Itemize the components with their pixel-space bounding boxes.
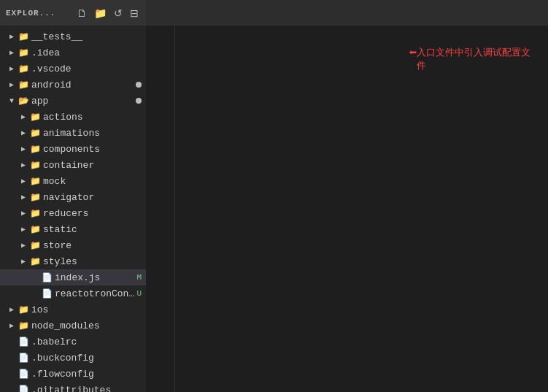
tree-item-flowconfig[interactable]: 📄 .flowconfig (0, 366, 146, 382)
tree-item-node_modules[interactable]: ▶ 📁 node_modules (0, 318, 146, 334)
tree-label: reactotronConfig.js (53, 288, 136, 299)
file-icon: 📁 (18, 31, 29, 42)
sidebar-toolbar: 🗋 📁 ↺ ⊟ (75, 6, 140, 20)
collapse-all-button[interactable]: ⊟ (128, 6, 140, 20)
file-icon: 📁 (29, 144, 41, 155)
tree-arrow: ▶ (6, 32, 18, 41)
tree-label: .babelrc (29, 337, 146, 347)
tree-item-ios[interactable]: ▶ 📁 ios (0, 301, 146, 318)
tree-item-styles[interactable]: ▶ 📁 styles (0, 253, 146, 269)
tree-label: android (29, 80, 136, 91)
tree-item-tests[interactable]: ▶ 📁 __tests__ (0, 28, 146, 45)
tree-arrow: ▼ (6, 97, 18, 105)
tree-label: .gitattributes (29, 385, 146, 393)
tree-item-indexjs[interactable]: 📄 index.js M (0, 269, 146, 285)
file-icon: 📁 (18, 64, 29, 74)
file-icon: 📁 (29, 256, 41, 267)
tree-label: styles (41, 256, 146, 267)
file-icon: 📁 (29, 160, 41, 171)
tree-arrow: ▶ (6, 80, 18, 89)
tree-label: .buckconfig (29, 353, 146, 364)
annotation-arrow: ⬅ (409, 45, 417, 61)
file-icon: 📁 (29, 240, 41, 251)
tree-label: index.js (53, 272, 136, 283)
tree-label: store (41, 240, 146, 251)
tree-arrow: ▶ (18, 177, 29, 185)
tree-label: container (41, 160, 146, 171)
tree-item-mock[interactable]: ▶ 📁 mock (0, 173, 146, 189)
tree-item-reactotronconfig[interactable]: 📄 reactotronConfig.js U (0, 285, 146, 301)
tree-arrow: ▶ (18, 161, 29, 169)
tree-label: .idea (29, 47, 146, 58)
file-icon: 📄 (18, 385, 29, 393)
tree-arrow: ▶ (18, 128, 29, 137)
sidebar-title: EXPLOR... (6, 9, 55, 18)
file-icon: 📁 (29, 176, 41, 187)
file-icon: 📁 (18, 47, 29, 58)
tree-item-buckconfig[interactable]: 📄 .buckconfig (0, 350, 146, 366)
file-icon: 📁 (29, 128, 41, 139)
tree-arrow: ▶ (6, 48, 18, 57)
git-badge: U (136, 289, 142, 298)
file-icon: 📄 (18, 337, 29, 347)
tree-label: mock (41, 176, 146, 187)
file-icon: 📁 (18, 80, 29, 91)
tree-arrow: ▶ (18, 241, 29, 250)
tree-item-static[interactable]: ▶ 📁 static (0, 221, 146, 237)
file-icon: 📂 (18, 96, 29, 107)
tree-label: actions (41, 112, 146, 123)
tree-item-gitattributes[interactable]: 📄 .gitattributes (0, 382, 146, 392)
new-folder-button[interactable]: 📁 (93, 6, 108, 20)
tree-item-animations[interactable]: ▶ 📁 animations (0, 125, 146, 141)
tree-label: components (41, 144, 146, 155)
tree-arrow: ▶ (18, 257, 29, 266)
file-icon: 📁 (18, 320, 29, 331)
file-icon: 📁 (29, 208, 41, 219)
tree-label: reducers (41, 208, 146, 219)
tree-item-components[interactable]: ▶ 📁 components (0, 141, 146, 157)
file-icon: 📄 (41, 288, 53, 299)
tab-bar (146, 0, 548, 26)
tree-item-android[interactable]: ▶ 📁 android (0, 77, 146, 93)
file-icon: 📄 (18, 369, 29, 380)
tree-item-vscode[interactable]: ▶ 📁 .vscode (0, 61, 146, 77)
refresh-button[interactable]: ↺ (112, 6, 124, 20)
tree-arrow: ▶ (6, 305, 18, 314)
tree-arrow: ▶ (18, 145, 29, 153)
file-tree: ▶ 📁 __tests__ ▶ 📁 .idea ▶ 📁 .vscode ▶ 📁 … (0, 26, 146, 392)
file-icon: 📁 (29, 192, 41, 203)
sidebar: EXPLOR... 🗋 📁 ↺ ⊟ ▶ 📁 __tests__ ▶ 📁 .ide… (0, 0, 146, 392)
tree-label: ios (29, 304, 146, 315)
tree-arrow: ▶ (18, 225, 29, 234)
file-icon: 📄 (41, 272, 53, 283)
tree-item-navigator[interactable]: ▶ 📁 navigator (0, 189, 146, 205)
tree-item-actions[interactable]: ▶ 📁 actions (0, 109, 146, 125)
tree-item-reducers[interactable]: ▶ 📁 reducers (0, 205, 146, 221)
code-content[interactable] (175, 26, 548, 392)
tree-item-app[interactable]: ▼ 📂 app (0, 93, 146, 109)
git-badge: M (136, 273, 142, 282)
code-area: ⬅ 入口文件中引入调试配置文件 (146, 26, 548, 392)
tree-label: animations (41, 128, 146, 139)
new-file-button[interactable]: 🗋 (75, 6, 88, 20)
tree-label: navigator (41, 192, 146, 203)
tree-arrow: ▶ (18, 193, 29, 201)
tree-item-babelrc[interactable]: 📄 .babelrc (0, 334, 146, 350)
tree-item-store[interactable]: ▶ 📁 store (0, 237, 146, 253)
modified-dot (136, 98, 142, 104)
tree-arrow: ▶ (6, 64, 18, 73)
sidebar-header: EXPLOR... 🗋 📁 ↺ ⊟ (0, 0, 146, 26)
tree-label: node_modules (29, 320, 146, 331)
tree-item-container[interactable]: ▶ 📁 container (0, 157, 146, 173)
editor: ⬅ 入口文件中引入调试配置文件 (146, 0, 548, 392)
line-numbers (146, 26, 175, 392)
modified-dot (136, 82, 142, 88)
tree-label: .vscode (29, 64, 146, 74)
tree-label: static (41, 224, 146, 235)
tree-item-idea[interactable]: ▶ 📁 .idea (0, 45, 146, 61)
tree-label: app (29, 96, 136, 107)
file-icon: 📁 (18, 304, 29, 315)
tree-arrow: ▶ (18, 112, 29, 121)
tree-arrow: ▶ (18, 209, 29, 218)
file-icon: 📁 (29, 224, 41, 235)
